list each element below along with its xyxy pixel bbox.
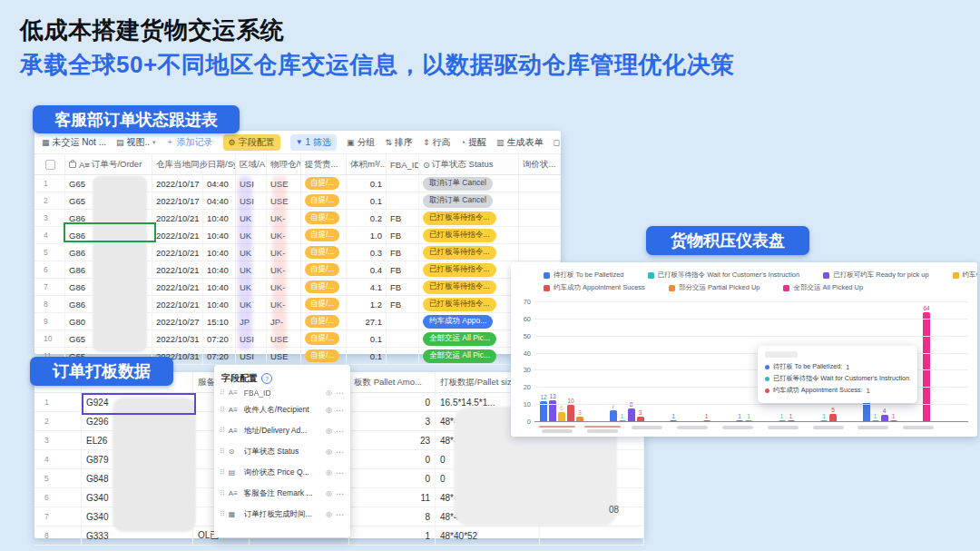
toolbar-item-field-config[interactable]: ⚙ 字段配置 [223, 134, 280, 151]
field-config-item[interactable]: ⠿ A≡ FBA_ID ◎ ⋯ [220, 389, 345, 399]
cell-warehouse[interactable]: USE [267, 348, 301, 364]
cell-volume[interactable]: 0.3 [347, 244, 387, 261]
drag-handle-icon[interactable]: ⠿ [220, 468, 225, 477]
legend-item[interactable]: 约车中 booking truc... [953, 271, 977, 280]
eye-icon[interactable]: ◎ [326, 448, 332, 456]
legend-item[interactable]: 部分交运 Partial Picked Up [669, 283, 760, 292]
eye-icon[interactable]: ◎ [326, 427, 332, 435]
col-date[interactable]: 仓库当地同步日期/Syn... [152, 154, 236, 174]
cell-inquiry[interactable] [519, 244, 561, 261]
more-icon[interactable]: ⋯ [336, 427, 345, 436]
cell-pallet-amount[interactable]: 8 [349, 507, 436, 526]
cell-fba[interactable] [387, 348, 419, 364]
cell-fba[interactable] [387, 330, 419, 347]
cell-pickup[interactable]: 自提/... [301, 192, 347, 209]
cell-pickup[interactable]: 自提/... [301, 330, 347, 347]
cell-volume[interactable]: 0.1 [347, 175, 387, 192]
cell-row-number[interactable]: 2 [34, 192, 65, 209]
cell-row-number[interactable]: 3 [34, 431, 82, 449]
cell-row-number[interactable]: 7 [34, 279, 65, 295]
cell-date[interactable]: 2022/10/21 [152, 210, 203, 226]
cell-volume[interactable]: 0.1 [347, 192, 387, 209]
eye-icon[interactable]: ◎ [326, 510, 332, 518]
cell-row-number[interactable]: 7 [34, 507, 82, 526]
cell-date[interactable]: 2022/10/21 [152, 244, 203, 261]
cell-time[interactable]: 07:20 [203, 348, 236, 364]
cell-volume[interactable]: 0.4 [347, 261, 387, 278]
cell-inquiry[interactable] [519, 175, 561, 192]
cell-date[interactable]: 2022/10/17 [152, 192, 203, 209]
toolbar-item-gen-form[interactable]: ▥ 生成表单 [496, 136, 544, 149]
toolbar-item-filter[interactable]: ▼ 1 筛选 [290, 134, 337, 151]
cell-inquiry[interactable] [519, 210, 561, 226]
col-warehouse[interactable]: 物理仓/W... [267, 154, 301, 174]
toolbar-item-add-record[interactable]: ＋ 添加记录 [166, 136, 213, 149]
cell-row-number[interactable]: 6 [34, 488, 82, 507]
cell-status[interactable]: 已打板等待指令... [419, 296, 519, 312]
cell-date[interactable]: 2022/10/17 [152, 175, 203, 192]
legend-item[interactable]: 已打板可约车 Ready for pick up [823, 271, 928, 280]
eye-icon[interactable]: ◎ [326, 489, 332, 497]
cell-pallet-amount[interactable]: 0 [349, 450, 436, 468]
cell-pickup[interactable]: 自提/... [301, 244, 347, 261]
cell-time[interactable]: 07:20 [203, 330, 236, 347]
cell-time[interactable]: 10:40 [203, 261, 236, 278]
field-config-item[interactable]: ⠿ A≡ 收件人名/Recipient ◎ ⋯ [220, 399, 345, 420]
cell-date[interactable]: 2022/10/21 [152, 261, 203, 278]
more-icon[interactable]: ⋯ [336, 489, 345, 498]
toolbar-item-group[interactable]: ▣ 分组 [347, 136, 376, 149]
cell-fba[interactable] [387, 192, 419, 209]
field-config-item[interactable]: ⠿ A≡ 地址/Delivery Ad... ◎ ⋯ [220, 420, 345, 441]
cell-row-number[interactable]: 1 [34, 393, 82, 411]
field-config-item[interactable]: ⠿ A≡ 客服备注 Remark ... ◎ ⋯ [220, 483, 345, 504]
cell-status[interactable]: 全部交运 All Pic... [419, 330, 519, 347]
cell-row-number[interactable]: 2 [34, 412, 82, 430]
col-fba[interactable]: FBA_ID [387, 154, 419, 174]
cell-pickup[interactable]: 自提/... [301, 210, 347, 226]
cell-fba[interactable]: FB [387, 296, 419, 312]
cell-status[interactable]: 已打板等待指令... [419, 227, 519, 243]
cell-time[interactable]: 10:40 [203, 279, 236, 295]
help-icon[interactable]: ? [261, 373, 272, 384]
cell-fba[interactable]: FB [387, 244, 419, 261]
cell-pickup[interactable]: 自提/... [301, 227, 347, 243]
cell-inquiry[interactable] [519, 192, 561, 209]
cell-row-number[interactable]: 6 [34, 261, 65, 278]
cell-pickup[interactable]: 自提/... [301, 348, 347, 364]
cell-pallet-amount[interactable]: 3 [349, 412, 436, 430]
select-all-cell[interactable] [34, 154, 65, 174]
cell-volume[interactable]: 0.1 [347, 348, 387, 364]
cell-pallet-amount[interactable]: 11 [349, 488, 436, 507]
cell-fba[interactable]: FB [387, 279, 419, 295]
drag-handle-icon[interactable]: ⠿ [220, 448, 225, 456]
cell-pallet-amount[interactable]: 0 [349, 393, 436, 411]
cell-volume[interactable]: 0.1 [347, 330, 387, 347]
cell-status[interactable]: 取消订单 Cancel [419, 175, 519, 192]
field-config-item[interactable]: ⠿ ▤ 询价状态 Price Q... ◎ ⋯ [220, 462, 345, 483]
cell-time[interactable]: 10:40 [203, 296, 236, 312]
cell-date[interactable]: 2022/10/21 [152, 279, 203, 295]
eye-icon[interactable]: ◎ [326, 389, 332, 397]
cell-pallet-amount[interactable]: 0 [349, 469, 436, 487]
toolbar-item-row-height[interactable]: ⇕ 行高 [423, 136, 451, 149]
more-icon[interactable]: ⋯ [336, 448, 345, 457]
cell-date[interactable]: 2022/10/21 [152, 296, 203, 312]
cell-time[interactable]: 04:40 [203, 192, 236, 209]
cell-row-number[interactable]: 4 [34, 227, 65, 243]
select-all-checkbox[interactable] [45, 160, 55, 170]
drag-handle-icon[interactable]: ⠿ [220, 406, 225, 414]
cell-pickup[interactable]: 自提/... [301, 313, 347, 330]
cell-status[interactable]: 取消订单 Cancel [419, 192, 519, 209]
cell-fba[interactable] [387, 313, 419, 330]
cell-pallet-amount[interactable]: 1 [349, 526, 436, 545]
cell-volume[interactable]: 1.0 [347, 227, 387, 243]
cell-pallet-amount[interactable]: 23 [349, 431, 436, 449]
cell-row-number[interactable]: 1 [34, 175, 65, 192]
cell-fba[interactable]: FB [387, 227, 419, 243]
drag-handle-icon[interactable]: ⠿ [220, 510, 225, 518]
bar[interactable] [923, 312, 930, 422]
cell-date[interactable]: 2022/10/27 [152, 313, 203, 330]
cell-fba[interactable] [387, 175, 419, 192]
col-inquiry[interactable]: 询价状... [519, 154, 561, 174]
cell-pallet-size[interactable]: 48*40*52 [436, 526, 540, 545]
